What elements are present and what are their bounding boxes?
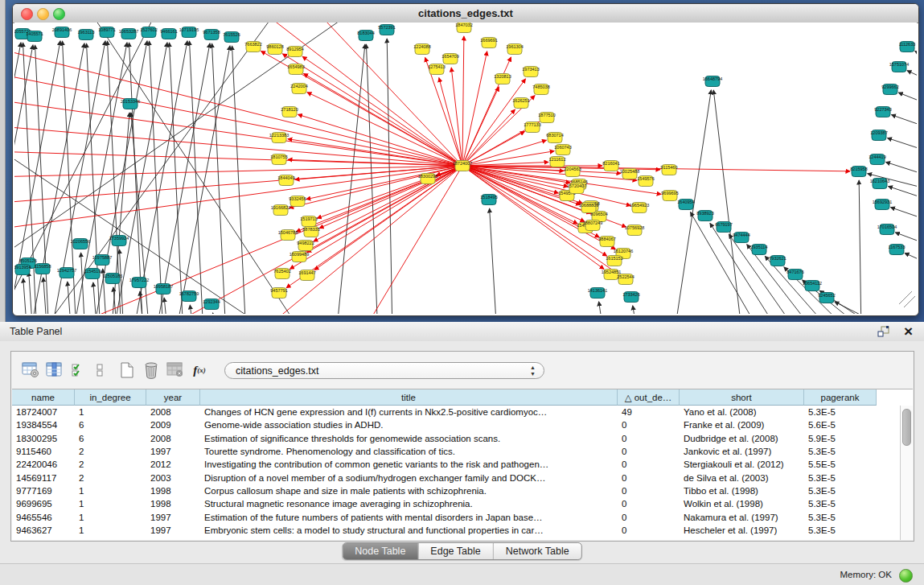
graph-node[interactable]: 1320813	[494, 74, 511, 84]
graph-node[interactable]: 10756928	[625, 225, 644, 236]
graph-node[interactable]: 15751074	[889, 62, 909, 72]
graph-node[interactable]: 1244419	[869, 154, 885, 165]
graph-node[interactable]: 1847032	[455, 23, 472, 33]
table-cell[interactable]: 1998	[146, 499, 200, 509]
graph-node[interactable]: 2718120	[281, 107, 298, 117]
table-cell[interactable]: Franke et al. (2009)	[680, 420, 804, 430]
table-cell[interactable]: 0	[618, 459, 680, 469]
table-cell[interactable]: 6	[75, 434, 146, 443]
graph-node[interactable]: 8471676	[786, 270, 803, 280]
table-scrollbar-thumb[interactable]	[902, 409, 911, 446]
graph-node[interactable]: 1060743	[554, 145, 571, 155]
graph-node[interactable]: 1292344	[203, 299, 220, 310]
graph-node[interactable]: 20206556	[71, 239, 90, 249]
table-cell[interactable]: Estimation of significance thresholds fo…	[200, 434, 618, 443]
graph-node[interactable]: 9884067	[598, 237, 615, 247]
table-cell[interactable]: 1997	[146, 513, 200, 522]
table-cell[interactable]: 1	[75, 499, 146, 509]
table-cell[interactable]: 9463627	[12, 525, 75, 535]
table-cell[interactable]: 0	[618, 434, 680, 443]
graph-node[interactable]: 14136141	[588, 288, 607, 299]
graph-node[interactable]: 7932621	[769, 256, 786, 266]
table-cell[interactable]: 2003	[146, 473, 200, 483]
table-cell[interactable]: 1997	[146, 525, 200, 535]
table-cell[interactable]: 5.5E-5	[804, 459, 877, 469]
table-cell[interactable]: Embryonic stem cells: a model to study s…	[200, 525, 618, 535]
table-options-icon[interactable]	[18, 359, 43, 381]
graph-node[interactable]: 1963113	[77, 30, 94, 40]
graph-node[interactable]: 8912954	[286, 47, 303, 57]
graph-node[interactable]: 9474444	[733, 233, 749, 243]
network-window[interactable]: citations_edges.txt 18724007183002952055…	[12, 3, 919, 316]
graph-node[interactable]: 1777133	[524, 122, 540, 133]
column-header[interactable]: title	[200, 389, 618, 406]
graph-node[interactable]: 9245652	[818, 293, 835, 303]
show-columns-icon[interactable]	[43, 359, 67, 381]
table-cell[interactable]: Corpus callosum shape and size in male p…	[200, 486, 618, 496]
graph-node[interactable]: 17957222	[129, 278, 149, 288]
table-cell[interactable]: 22420046	[12, 459, 75, 469]
table-cell[interactable]: 6	[75, 420, 146, 430]
table-cell[interactable]: Tibbo et al. (1998)	[680, 486, 804, 496]
table-row[interactable]: 911546021997Tourette syndrome. Phenomeno…	[12, 445, 913, 458]
graph-node[interactable]: 1154519	[84, 269, 101, 279]
table-row[interactable]: 1872400712008Changes of HCN gene express…	[12, 406, 913, 418]
graph-node[interactable]: 1733426	[622, 292, 639, 303]
table-cell[interactable]: 5.3E-5	[804, 407, 877, 417]
table-cell[interactable]: 0	[618, 486, 680, 496]
graph-node[interactable]: 1405571	[26, 31, 43, 42]
graph-node[interactable]: 1877510	[538, 113, 555, 123]
table-cell[interactable]: Jankovic et al. (1997)	[680, 447, 804, 456]
graph-node[interactable]: 2935114	[750, 245, 767, 255]
graph-node[interactable]: 17359924	[109, 236, 129, 246]
table-cell[interactable]: Genome-wide association studies in ADHD.	[200, 420, 618, 430]
network-window-titlebar[interactable]: citations_edges.txt	[13, 4, 918, 23]
graph-node[interactable]: 9699695	[661, 191, 678, 201]
table-cell[interactable]: Investigating the contribution of common…	[200, 459, 618, 469]
table-cell[interactable]: 1	[75, 513, 146, 522]
graph-node[interactable]: 1549576	[637, 176, 654, 187]
table-row[interactable]: 977716911998Corpus callosum shape and si…	[12, 484, 913, 497]
table-cell[interactable]: Tourette syndrome. Phenomenology and cla…	[200, 447, 618, 456]
graph-node[interactable]: 1654709	[441, 54, 458, 64]
close-panel-icon[interactable]: ×	[904, 322, 913, 340]
graph-node[interactable]: 6830714	[546, 133, 563, 143]
graph-node[interactable]: 7663822	[244, 42, 261, 52]
graph-node[interactable]: 10653287	[119, 29, 138, 39]
table-cell[interactable]: 1	[75, 486, 146, 496]
table-row[interactable]: 946362711997Embryonic stem cells: a mode…	[12, 524, 913, 537]
graph-node[interactable]: 7615526	[223, 32, 240, 43]
column-header[interactable]: year	[146, 389, 200, 406]
tab-node-table[interactable]: Node Table	[343, 543, 418, 559]
table-cell[interactable]: 2	[75, 447, 146, 456]
graph-node[interactable]: 9466161	[160, 29, 177, 39]
graph-node[interactable]: 8183044	[357, 31, 374, 41]
graph-node[interactable]: 12505185	[103, 274, 122, 284]
graph-node[interactable]: 1224088	[413, 44, 430, 55]
graph-node[interactable]: 5572391	[378, 25, 395, 35]
graph-node[interactable]: 18724007	[453, 161, 472, 171]
table-cell[interactable]: 18724007	[12, 407, 75, 417]
graph-node[interactable]: 9457791	[270, 288, 287, 299]
table-cell[interactable]: 5.3E-5	[804, 513, 877, 522]
graph-node[interactable]: 1654983	[287, 64, 304, 75]
table-cell[interactable]: 0	[618, 420, 680, 430]
float-panel-icon[interactable]	[877, 326, 890, 340]
graph-node[interactable]: 2204563	[564, 167, 581, 177]
graph-node[interactable]: 9498222	[297, 241, 314, 251]
table-row[interactable]: 2242004622012Investigating the contribut…	[12, 458, 913, 471]
graph-node[interactable]: 1691447	[298, 270, 315, 281]
graph-node[interactable]: 5878335	[302, 227, 319, 237]
graph-node[interactable]: 1640954	[677, 200, 694, 210]
graph-node[interactable]: 1615152	[606, 256, 622, 266]
table-cell[interactable]: 5.3E-5	[804, 499, 877, 509]
table-cell[interactable]: 19384554	[12, 420, 75, 430]
window-resize-grip[interactable]	[899, 291, 915, 307]
table-cell[interactable]: 9115460	[12, 447, 75, 456]
graph-node[interactable]: 15046788	[278, 230, 298, 241]
graph-node[interactable]: 17016504	[877, 225, 897, 235]
function-builder-icon[interactable]: f(x)	[187, 359, 211, 381]
graph-node[interactable]: 1156858	[34, 264, 51, 274]
graph-node[interactable]: 8216041	[602, 161, 619, 171]
graph-node[interactable]: 16210643	[870, 179, 889, 189]
